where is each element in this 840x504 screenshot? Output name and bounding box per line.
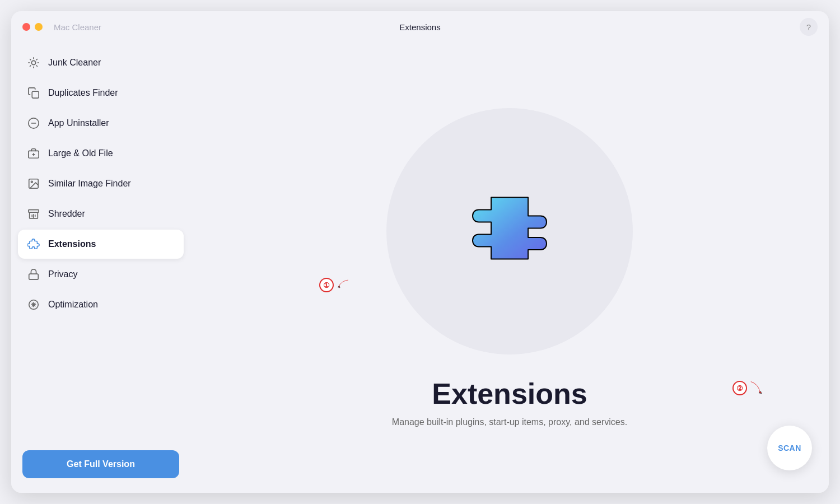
sidebar-item-extensions[interactable]: Extensions — [18, 230, 184, 259]
sidebar-label-similar-image: Similar Image Finder — [48, 179, 131, 189]
sidebar-item-app-uninstaller[interactable]: App Uninstaller — [18, 109, 184, 138]
uninstaller-icon — [27, 116, 40, 130]
svg-rect-8 — [29, 210, 39, 213]
sidebar-item-junk-cleaner[interactable]: Junk Cleaner — [18, 48, 184, 77]
help-button[interactable]: ? — [800, 18, 818, 36]
sidebar-label-app-uninstaller: App Uninstaller — [48, 118, 109, 128]
app-window: Mac Cleaner Extensions ? Junk Cleaner — [11, 11, 829, 493]
gear-icon — [27, 56, 40, 69]
sidebar-nav: Junk Cleaner Duplicates Finder App Unins… — [11, 48, 190, 441]
sidebar-item-optimization[interactable]: Optimization — [18, 290, 184, 319]
app-name: Mac Cleaner — [54, 22, 101, 32]
sidebar-label-duplicates-finder: Duplicates Finder — [48, 88, 118, 98]
svg-rect-12 — [29, 274, 39, 279]
image-icon — [27, 177, 40, 190]
hero-circle — [386, 108, 633, 354]
sidebar-label-optimization: Optimization — [48, 300, 98, 310]
annotation-number-2: ② — [732, 381, 747, 395]
sidebar-item-large-old-file[interactable]: Large & Old File — [18, 139, 184, 168]
lock-icon — [27, 268, 40, 281]
get-full-version-button[interactable]: Get Full Version — [22, 450, 179, 478]
shredder-icon — [27, 207, 40, 221]
page-title: Extensions — [399, 22, 440, 32]
sidebar-label-privacy: Privacy — [48, 269, 77, 279]
copy-icon — [27, 86, 40, 100]
svg-point-7 — [31, 181, 32, 183]
hero-subtitle: Manage built-in plugins, start-up items,… — [392, 417, 627, 427]
annotation-2: ② — [732, 381, 762, 395]
svg-marker-19 — [759, 391, 762, 394]
sidebar-label-extensions: Extensions — [48, 239, 96, 249]
annotation-number-1: ① — [319, 278, 334, 292]
annotation-1: ① — [319, 278, 349, 292]
sidebar-item-shredder[interactable]: Shredder — [18, 199, 184, 228]
sidebar-footer: Get Full Version — [11, 441, 190, 487]
minimize-button[interactable] — [35, 23, 43, 31]
sidebar-label-large-old-file: Large & Old File — [48, 148, 113, 158]
main-content: Junk Cleaner Duplicates Finder App Unins… — [11, 43, 829, 493]
close-button[interactable] — [22, 23, 30, 31]
title-bar: Mac Cleaner Extensions ? — [11, 11, 829, 43]
sidebar-item-duplicates-finder[interactable]: Duplicates Finder — [18, 78, 184, 108]
extensions-hero-icon — [448, 170, 571, 293]
optimization-icon — [27, 298, 40, 311]
sidebar: Junk Cleaner Duplicates Finder App Unins… — [11, 43, 190, 493]
scan-button-container: ② SCAN — [767, 426, 812, 470]
puzzle-icon — [27, 237, 40, 251]
main-panel: ① — [190, 43, 829, 493]
scan-button[interactable]: SCAN — [767, 426, 812, 470]
svg-marker-18 — [338, 286, 340, 287]
sidebar-item-similar-image[interactable]: Similar Image Finder — [18, 169, 184, 198]
sidebar-item-privacy[interactable]: Privacy — [18, 260, 184, 289]
svg-point-0 — [31, 60, 35, 64]
svg-rect-1 — [32, 91, 39, 98]
sidebar-label-shredder: Shredder — [48, 209, 85, 219]
file-box-icon — [27, 147, 40, 160]
traffic-lights — [22, 23, 43, 31]
sidebar-label-junk-cleaner: Junk Cleaner — [48, 58, 101, 68]
hero-title: Extensions — [432, 377, 587, 410]
